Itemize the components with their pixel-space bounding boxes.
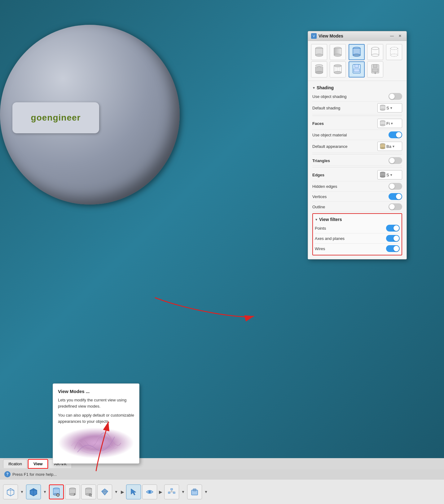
toolbar-diamond-dropdown[interactable]: ▼ <box>113 484 119 499</box>
tooltip-image <box>58 427 134 458</box>
tab-modification[interactable]: ification <box>3 459 27 468</box>
view-mode-shaded2[interactable] <box>330 44 346 60</box>
svg-point-18 <box>315 71 323 74</box>
hidden-edges-toggle[interactable] <box>389 183 402 190</box>
minimize-button[interactable]: — <box>389 33 395 39</box>
panel-body: ▼ Shading Use object shading Default sha… <box>308 81 407 259</box>
default-appearance-dropdown[interactable]: Ba ▼ <box>377 142 402 151</box>
panel-title-left: V View Modes <box>311 33 343 39</box>
toolbar-block-btn[interactable] <box>187 484 202 499</box>
toolbar-cylinder-rotate-btn[interactable] <box>65 484 80 499</box>
faces-row: Faces Fi ▼ <box>312 117 402 130</box>
divider-2 <box>312 154 402 154</box>
shading-section-header[interactable]: ▼ Shading <box>312 83 402 91</box>
tab-view[interactable]: View <box>28 459 48 469</box>
edges-label: Edges <box>312 173 324 177</box>
points-row: Points <box>315 223 400 233</box>
svg-point-42 <box>380 176 385 178</box>
view-mode-export[interactable] <box>367 61 383 77</box>
view-mode-edges[interactable] <box>386 44 402 60</box>
toolbar: ▼ ▼ <box>0 479 444 504</box>
default-shading-value: S <box>386 106 389 110</box>
toolbar-tree-dropdown[interactable]: ▼ <box>180 484 186 499</box>
toolbar-block-dropdown[interactable]: ▼ <box>203 484 209 499</box>
default-shading-dropdown[interactable]: S ▼ <box>377 103 402 113</box>
svg-point-9 <box>371 47 379 50</box>
logo-badge: goengineer <box>12 102 99 133</box>
toolbar-select-btn[interactable] <box>126 484 141 499</box>
svg-point-64 <box>148 491 151 493</box>
edges-dropdown[interactable]: S ▼ <box>377 170 402 179</box>
wires-label: Wires <box>315 246 325 251</box>
svg-rect-30 <box>372 69 378 72</box>
view-modes-panel: V View Modes — ✕ <box>308 31 407 259</box>
view-mode-shaded[interactable] <box>311 44 327 60</box>
axes-planes-row: Axes and planes <box>315 233 400 244</box>
toolbar-cylinder-search-btn[interactable] <box>81 484 96 499</box>
outline-row: Outline <box>312 202 402 212</box>
panel-titlebar: V View Modes — ✕ <box>308 31 407 41</box>
use-object-material-label: Use object material <box>312 133 347 137</box>
hidden-edges-label: Hidden edges <box>312 184 337 189</box>
triangles-toggle[interactable] <box>389 157 402 164</box>
toolbar-arrow1[interactable]: ▶ <box>121 489 124 494</box>
toolbar-tree-btn[interactable] <box>164 484 179 499</box>
svg-rect-26 <box>355 64 358 68</box>
use-object-shading-toggle[interactable] <box>389 93 402 100</box>
svg-point-33 <box>380 109 385 111</box>
default-appearance-value: Ba <box>386 144 391 149</box>
hidden-edges-row: Hidden edges <box>312 181 402 192</box>
svg-rect-29 <box>373 64 377 68</box>
tooltip-body1: Lets you modify the current view using p… <box>58 397 134 409</box>
points-label: Points <box>315 226 326 231</box>
points-toggle[interactable] <box>386 225 400 232</box>
default-shading-arrow: ▼ <box>390 106 393 110</box>
axes-planes-toggle[interactable] <box>386 235 400 242</box>
svg-rect-73 <box>193 489 196 491</box>
toolbar-solid-dropdown[interactable]: ▼ <box>42 484 48 499</box>
wires-toggle[interactable] <box>386 245 400 252</box>
svg-line-62 <box>91 496 92 497</box>
toolbar-cylinder-settings-btn[interactable] <box>49 484 64 499</box>
svg-point-24 <box>334 71 341 74</box>
view-mode-wavy[interactable] <box>311 61 327 77</box>
panel-title: View Modes <box>319 33 343 38</box>
default-appearance-label: Default appearance <box>312 144 347 149</box>
view-filters-header[interactable]: ▼ View filters <box>315 215 400 223</box>
toolbar-arrow2[interactable]: ▶ <box>159 489 162 494</box>
outline-toggle[interactable] <box>389 203 402 210</box>
faces-label: Faces <box>312 121 324 126</box>
axes-planes-label: Axes and planes <box>315 236 345 241</box>
use-object-material-toggle[interactable] <box>389 131 402 138</box>
faces-dropdown[interactable]: Fi ▼ <box>377 119 402 128</box>
toolbar-diamond-btn[interactable] <box>97 484 112 499</box>
f1-icon: ? <box>4 471 11 477</box>
tooltip-title: View Modes ... <box>58 389 134 394</box>
panel-controls[interactable]: — ✕ <box>389 33 403 39</box>
faces-arrow: ▼ <box>390 122 393 125</box>
vertices-row: Vertices <box>312 192 402 202</box>
svg-point-54 <box>57 494 59 496</box>
svg-point-13 <box>390 47 398 50</box>
triangles-label: Triangles <box>312 158 330 163</box>
view-mode-wireframe[interactable] <box>367 44 383 60</box>
svg-point-36 <box>380 125 385 126</box>
view-filters-section: ▼ View filters Points Axes and planes Wi… <box>312 213 402 255</box>
view-mode-cage[interactable] <box>330 61 346 77</box>
toolbar-cube-dropdown[interactable]: ▼ <box>19 484 25 499</box>
close-button[interactable]: ✕ <box>397 33 403 39</box>
f1-bar: ? Press F1 for more help... <box>0 469 444 479</box>
svg-rect-67 <box>173 492 175 493</box>
f1-text: Press F1 for more help... <box>12 472 57 477</box>
shading-arrow: ▼ <box>312 86 315 90</box>
svg-point-12 <box>371 54 379 56</box>
toolbar-eye-btn[interactable] <box>142 484 157 499</box>
view-filters-label: View filters <box>319 217 342 222</box>
view-mode-shaded-selected[interactable] <box>349 44 365 60</box>
logo-text: goengineer <box>31 113 81 123</box>
edges-arrow: ▼ <box>390 173 393 177</box>
toolbar-solid-cube-btn[interactable] <box>26 484 41 499</box>
view-mode-save[interactable] <box>349 61 365 77</box>
vertices-toggle[interactable] <box>389 193 402 200</box>
toolbar-cube-btn[interactable] <box>3 484 18 499</box>
